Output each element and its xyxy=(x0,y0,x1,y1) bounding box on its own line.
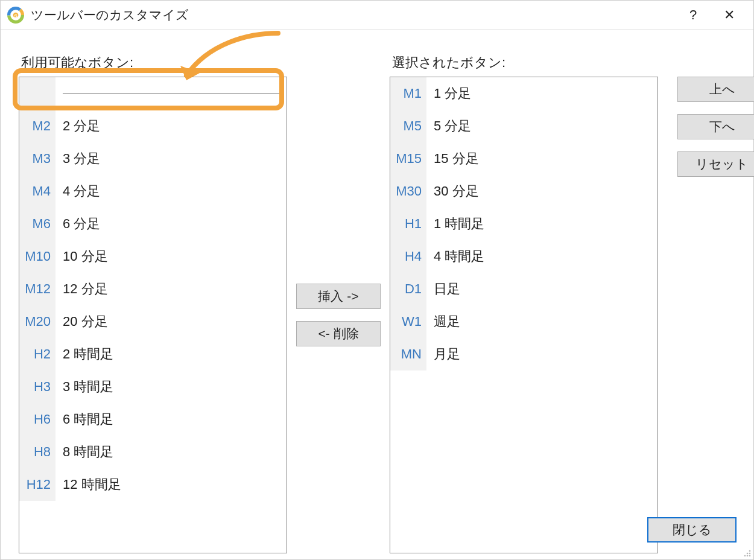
timeframe-desc: 30 分足 xyxy=(426,182,479,200)
timeframe-desc: 4 時間足 xyxy=(426,247,484,266)
close-button[interactable]: 閉じる xyxy=(647,517,737,542)
svg-point-5 xyxy=(749,550,751,552)
svg-text:S: S xyxy=(14,13,17,18)
timeframe-desc: 4 分足 xyxy=(55,182,100,200)
list-item[interactable]: H33 時間足 xyxy=(19,371,287,403)
timeframe-code: M12 xyxy=(19,273,55,305)
available-label: 利用可能なボタン: xyxy=(19,54,287,77)
list-item[interactable]: H11 時間足 xyxy=(390,208,657,240)
timeframe-code: M10 xyxy=(19,240,55,273)
dialog-body: 利用可能なボタン: 選択されたボタン: M22 分足M33 分足M44 分足M6… xyxy=(1,30,753,559)
resize-grip-icon[interactable] xyxy=(741,547,752,558)
timeframe-code: W1 xyxy=(390,305,426,338)
transfer-buttons: 挿入 -> <- 削除 xyxy=(287,77,390,553)
timeframe-desc: 1 分足 xyxy=(426,84,471,103)
timeframe-code: M3 xyxy=(19,142,55,175)
list-item[interactable]: M1515 分足 xyxy=(390,142,657,175)
available-buttons-list[interactable]: M22 分足M33 分足M44 分足M66 分足M1010 分足M1212 分足… xyxy=(19,77,287,553)
timeframe-code: H2 xyxy=(19,338,55,371)
list-item[interactable]: D1日足 xyxy=(390,273,657,305)
timeframe-desc: 1 時間足 xyxy=(426,215,484,233)
selected-label: 選択されたボタン: xyxy=(390,54,658,77)
move-down-button[interactable]: 下へ xyxy=(677,114,754,139)
list-item[interactable]: H1212 時間足 xyxy=(19,468,287,501)
timeframe-desc: 日足 xyxy=(426,280,460,298)
timeframe-desc: 2 時間足 xyxy=(55,345,113,363)
list-item[interactable]: M33 分足 xyxy=(19,142,287,175)
timeframe-code: M4 xyxy=(19,175,55,208)
timeframe-desc: 3 分足 xyxy=(55,150,100,168)
timeframe-code: M20 xyxy=(19,305,55,338)
timeframe-code: M6 xyxy=(19,208,55,240)
timeframe-desc: 15 分足 xyxy=(426,150,479,168)
list-item[interactable]: MN月足 xyxy=(390,338,657,371)
list-item[interactable]: M11 分足 xyxy=(390,77,657,110)
selected-buttons-list[interactable]: M11 分足M55 分足M1515 分足M3030 分足H11 時間足H44 時… xyxy=(390,77,658,553)
list-item[interactable]: M3030 分足 xyxy=(390,175,657,208)
svg-point-8 xyxy=(744,555,746,557)
list-item[interactable]: H44 時間足 xyxy=(390,240,657,273)
timeframe-desc: 12 時間足 xyxy=(55,476,121,494)
list-item[interactable]: H88 時間足 xyxy=(19,436,287,468)
timeframe-code: M15 xyxy=(390,142,426,175)
list-item[interactable]: M22 分足 xyxy=(19,110,287,142)
timeframe-desc: 6 分足 xyxy=(55,215,100,233)
timeframe-desc: 6 時間足 xyxy=(55,410,113,428)
timeframe-code: H4 xyxy=(390,240,426,273)
reset-button[interactable]: リセット xyxy=(677,151,754,177)
order-buttons: 上へ 下へ リセット xyxy=(658,77,754,553)
app-icon: S xyxy=(7,6,25,24)
timeframe-desc: 12 分足 xyxy=(55,280,108,298)
list-item[interactable]: W1週足 xyxy=(390,305,657,338)
remove-button[interactable]: <- 削除 xyxy=(296,321,381,346)
list-item[interactable]: M66 分足 xyxy=(19,208,287,240)
separator-item[interactable] xyxy=(19,77,287,110)
list-item[interactable]: M2020 分足 xyxy=(19,305,287,338)
list-item[interactable]: H22 時間足 xyxy=(19,338,287,371)
timeframe-code: M1 xyxy=(390,77,426,110)
timeframe-code: MN xyxy=(390,338,426,371)
list-item[interactable]: M1212 分足 xyxy=(19,273,287,305)
list-item[interactable]: M1010 分足 xyxy=(19,240,287,273)
timeframe-desc: 5 分足 xyxy=(426,117,471,135)
timeframe-code: H12 xyxy=(19,468,55,501)
timeframe-code: H3 xyxy=(19,371,55,403)
timeframe-desc: 3 時間足 xyxy=(55,378,113,396)
svg-point-7 xyxy=(749,553,751,555)
timeframe-desc: 8 時間足 xyxy=(55,443,113,461)
timeframe-code: M30 xyxy=(390,175,426,208)
help-button[interactable]: ? xyxy=(675,7,711,23)
timeframe-code: M2 xyxy=(19,110,55,142)
timeframe-code: M5 xyxy=(390,110,426,142)
window-close-button[interactable]: ✕ xyxy=(711,7,747,23)
timeframe-desc: 週足 xyxy=(426,313,460,331)
svg-point-6 xyxy=(747,553,749,555)
window-title: ツールバーのカスタマイズ xyxy=(31,7,189,24)
timeframe-desc: 10 分足 xyxy=(55,247,108,266)
list-item[interactable]: M55 分足 xyxy=(390,110,657,142)
timeframe-desc: 月足 xyxy=(426,345,460,363)
timeframe-code: H1 xyxy=(390,208,426,240)
list-item[interactable]: H66 時間足 xyxy=(19,403,287,436)
list-item[interactable]: M44 分足 xyxy=(19,175,287,208)
insert-button[interactable]: 挿入 -> xyxy=(296,284,381,309)
timeframe-code: H6 xyxy=(19,403,55,436)
timeframe-desc: 20 分足 xyxy=(55,313,108,331)
svg-point-9 xyxy=(747,555,749,557)
timeframe-code: H8 xyxy=(19,436,55,468)
move-up-button[interactable]: 上へ xyxy=(677,77,754,102)
svg-point-10 xyxy=(749,555,751,557)
titlebar: S ツールバーのカスタマイズ ? ✕ xyxy=(1,1,753,30)
timeframe-desc: 2 分足 xyxy=(55,117,100,135)
customize-toolbars-dialog: S ツールバーのカスタマイズ ? ✕ 利用可能なボタン: 選択されたボタン: M… xyxy=(0,0,754,560)
timeframe-code: D1 xyxy=(390,273,426,305)
